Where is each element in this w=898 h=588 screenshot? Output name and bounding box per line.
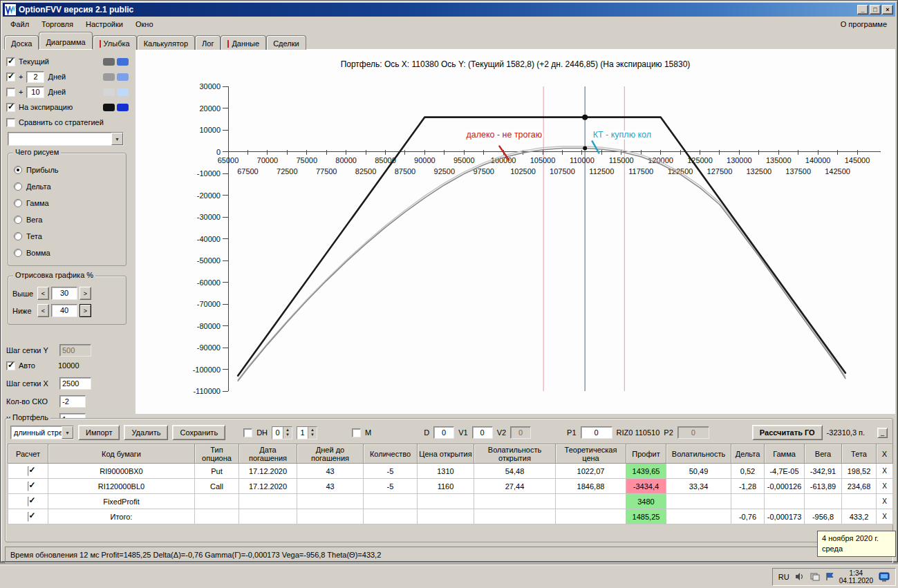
legend-checkbox-1[interactable] <box>6 73 15 82</box>
tab-Лог[interactable]: Лог <box>195 35 221 50</box>
row-checkbox[interactable] <box>28 466 29 476</box>
menu-item-Настройки[interactable]: Настройки <box>79 17 129 31</box>
column-header-Профит[interactable]: Профит <box>626 444 666 464</box>
radio-row-Вомма[interactable]: Вомма <box>14 245 120 261</box>
display-icon[interactable] <box>879 572 890 582</box>
render-percent-value[interactable]: 40 <box>51 304 77 317</box>
chevron-down-icon[interactable]: ▼ <box>62 426 73 439</box>
radio-row-Дельта[interactable]: Дельта <box>14 178 120 195</box>
dh-checkbox[interactable] <box>243 428 252 437</box>
column-header-Цена открытия[interactable]: Цена открытия <box>418 444 474 464</box>
futures-ticker: RIZ0 110510 <box>617 428 660 437</box>
days-input-2[interactable]: 10 <box>26 86 44 98</box>
y-tick-label: -50000 <box>197 256 221 265</box>
legend-checkbox-0[interactable] <box>6 57 15 66</box>
tab-Сделки[interactable]: Сделки <box>266 35 306 50</box>
language-indicator[interactable]: RU <box>778 573 789 581</box>
strategy-select[interactable]: длинный стре ▼ <box>10 426 74 439</box>
flag-icon[interactable] <box>825 572 834 581</box>
d-input[interactable] <box>433 426 454 439</box>
save-button[interactable]: Сохранить <box>172 425 225 440</box>
row-calc-cell[interactable] <box>8 509 48 524</box>
clock[interactable]: 1:34 04.11.2020 <box>839 569 873 585</box>
menu-item-Окно[interactable]: Окно <box>129 17 160 31</box>
days-input-1[interactable]: 2 <box>26 71 44 83</box>
volume-icon[interactable] <box>795 572 805 581</box>
delete-row-button[interactable]: X <box>877 464 893 479</box>
calc-go-button[interactable]: Рассчитать ГО <box>752 425 823 440</box>
delete-row-button[interactable]: X <box>877 509 893 524</box>
radio-row-Тета[interactable]: Тета <box>14 228 120 245</box>
column-header-Количество[interactable]: Количество <box>364 444 418 464</box>
column-header-Гамма[interactable]: Гамма <box>765 444 805 464</box>
column-header-Волатильность открытия[interactable]: Волатильность открытия <box>474 444 556 464</box>
spinner-arrows-icon[interactable]: ▲▼ <box>308 427 317 439</box>
m-checkbox[interactable] <box>352 428 361 437</box>
decrease-button[interactable]: < <box>37 304 49 317</box>
compare-strategy-select[interactable]: ▼ <box>8 132 124 146</box>
menu-about[interactable]: О программе <box>834 17 894 31</box>
column-header-Тета[interactable]: Тета <box>842 444 877 464</box>
v1-input[interactable] <box>472 426 493 439</box>
row-checkbox[interactable] <box>28 482 29 491</box>
tray-app-icon[interactable] <box>810 572 820 581</box>
column-header-Теоретическая цена[interactable]: Теоретическая цена <box>556 444 626 464</box>
column-header-Дельта[interactable]: Дельта <box>731 444 765 464</box>
radio-row-Гамма[interactable]: Гамма <box>14 195 120 211</box>
p1-input[interactable] <box>581 426 612 439</box>
legend-swatches-2 <box>103 88 129 96</box>
tab-Данные[interactable]: Данные <box>221 35 266 50</box>
row-calc-cell[interactable] <box>8 479 48 494</box>
delete-button[interactable]: Удалить <box>124 425 168 440</box>
collapse-panel-button[interactable]: _ <box>877 428 888 438</box>
tab-Улыбка[interactable]: Улыбка <box>93 35 137 50</box>
legend-label-1: Дней <box>48 73 66 81</box>
column-header-Дней до погашения[interactable]: Дней до погашения <box>297 444 364 464</box>
decrease-button[interactable]: < <box>37 287 49 300</box>
import-button[interactable]: Импорт <box>78 425 120 440</box>
menu-item-Файл[interactable]: Файл <box>4 17 35 31</box>
increase-button[interactable]: > <box>79 304 91 317</box>
delete-row-button[interactable]: X <box>877 479 893 494</box>
column-header-Волатильность[interactable]: Волатильность <box>666 444 731 464</box>
row-calc-cell[interactable] <box>8 464 48 479</box>
tab-Калькулятор[interactable]: Калькулятор <box>137 35 195 50</box>
dh-spinner-1[interactable]: 0 ▲▼ <box>272 426 292 439</box>
close-button[interactable]: × <box>882 5 893 15</box>
increase-button[interactable]: > <box>79 287 91 300</box>
grid-step-x-input[interactable] <box>59 377 91 390</box>
delete-row-button[interactable]: X <box>877 494 893 509</box>
taskbar[interactable]: RU 1:34 04.11.2 <box>0 565 898 588</box>
column-header-Дата погашения[interactable]: Дата погашения <box>239 444 297 464</box>
plus-sign: + <box>19 88 23 96</box>
column-header-X[interactable]: X <box>877 444 893 464</box>
maximize-button[interactable]: □ <box>870 5 881 15</box>
sko-count-input[interactable] <box>59 395 86 408</box>
radio-row-Вега[interactable]: Вега <box>14 211 120 228</box>
cell: 0,52 <box>731 464 765 479</box>
auto-checkbox[interactable] <box>6 361 15 370</box>
table-row: RI120000BL0Call17.12.202043-5116027,4418… <box>8 479 893 494</box>
y-tick-label: -60000 <box>197 278 221 287</box>
titlebar[interactable]: OptionFVV версия 2.1 public _ □ × <box>3 3 895 17</box>
render-percent-value[interactable]: 30 <box>51 287 77 300</box>
menu-item-Торговля[interactable]: Торговля <box>35 17 79 31</box>
row-checkbox[interactable] <box>28 512 29 522</box>
spinner-arrows-icon[interactable]: ▲▼ <box>283 427 292 439</box>
radio-row-Прибыль[interactable]: Прибыль <box>14 162 120 178</box>
tabstrip: ДоскаДиаграммаУлыбкаКалькуляторЛогДанные… <box>3 32 895 49</box>
minimize-button[interactable]: _ <box>857 5 868 15</box>
column-header-Расчет[interactable]: Расчет <box>8 444 48 464</box>
row-calc-cell[interactable] <box>8 494 48 509</box>
column-header-Вега[interactable]: Вега <box>805 444 842 464</box>
row-checkbox[interactable] <box>28 497 29 506</box>
column-header-Код бумаги[interactable]: Код бумаги <box>48 444 195 464</box>
chevron-down-icon[interactable]: ▼ <box>111 133 123 145</box>
legend-checkbox-3[interactable] <box>6 103 15 112</box>
compare-checkbox[interactable] <box>6 118 15 127</box>
legend-checkbox-2[interactable] <box>6 88 15 97</box>
column-header-Тип опциона[interactable]: Тип опциона <box>195 444 239 464</box>
dh-spinner-2[interactable]: 1 ▲▼ <box>297 426 317 439</box>
tab-Диаграмма[interactable]: Диаграмма <box>39 32 92 49</box>
tab-Доска[interactable]: Доска <box>4 35 39 50</box>
